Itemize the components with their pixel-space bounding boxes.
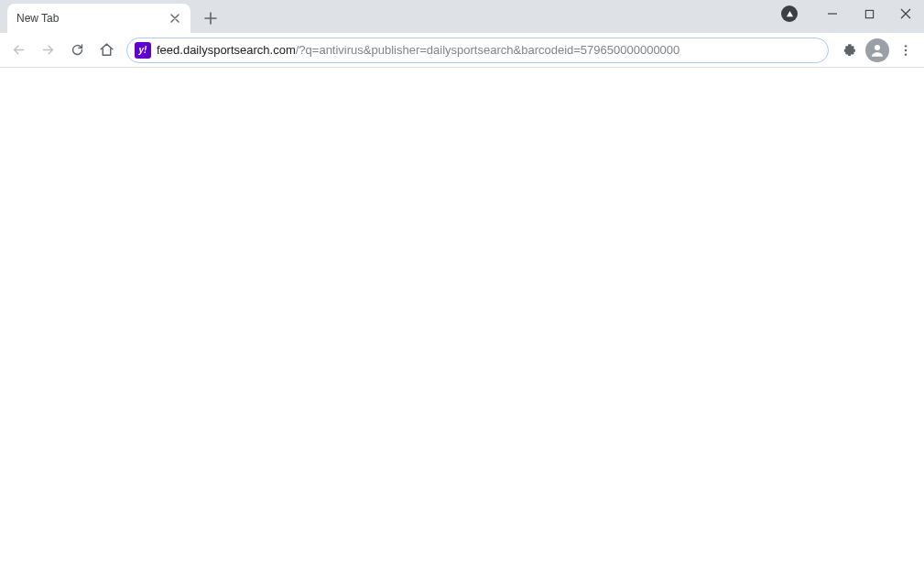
- home-button[interactable]: [93, 38, 119, 63]
- tab[interactable]: New Tab: [7, 4, 190, 33]
- tab-title: New Tab: [16, 12, 168, 25]
- svg-point-2: [905, 45, 907, 47]
- window-controls: [781, 0, 924, 27]
- toolbar: y! feed.dailysportsearch.com/?q=antiviru…: [0, 33, 924, 68]
- toolbar-right: [836, 38, 919, 63]
- page-content: [0, 68, 924, 584]
- extension-badge-icon[interactable]: [781, 5, 798, 22]
- svg-point-4: [905, 53, 907, 55]
- window-minimize-button[interactable]: [814, 0, 851, 27]
- reload-button[interactable]: [64, 38, 90, 63]
- svg-point-3: [905, 49, 907, 50]
- forward-button[interactable]: [35, 38, 60, 63]
- new-tab-button[interactable]: [198, 5, 223, 31]
- back-button[interactable]: [5, 38, 31, 63]
- close-tab-icon[interactable]: [168, 12, 181, 25]
- tab-strip: New Tab: [0, 0, 924, 33]
- svg-rect-0: [865, 10, 873, 17]
- profile-avatar[interactable]: [865, 38, 889, 62]
- url-host: feed.dailysportsearch.com: [157, 43, 296, 57]
- extensions-button[interactable]: [836, 38, 862, 63]
- url-path: /?q=antivirus&publisher=dailysportsearch…: [296, 43, 680, 57]
- address-bar[interactable]: y! feed.dailysportsearch.com/?q=antiviru…: [126, 38, 829, 63]
- window-close-button[interactable]: [887, 0, 924, 27]
- url-text: feed.dailysportsearch.com/?q=antivirus&p…: [157, 43, 679, 57]
- kebab-menu-icon[interactable]: [893, 38, 919, 63]
- svg-point-1: [875, 45, 880, 50]
- window-maximize-button[interactable]: [851, 0, 887, 27]
- site-favicon: y!: [135, 42, 151, 59]
